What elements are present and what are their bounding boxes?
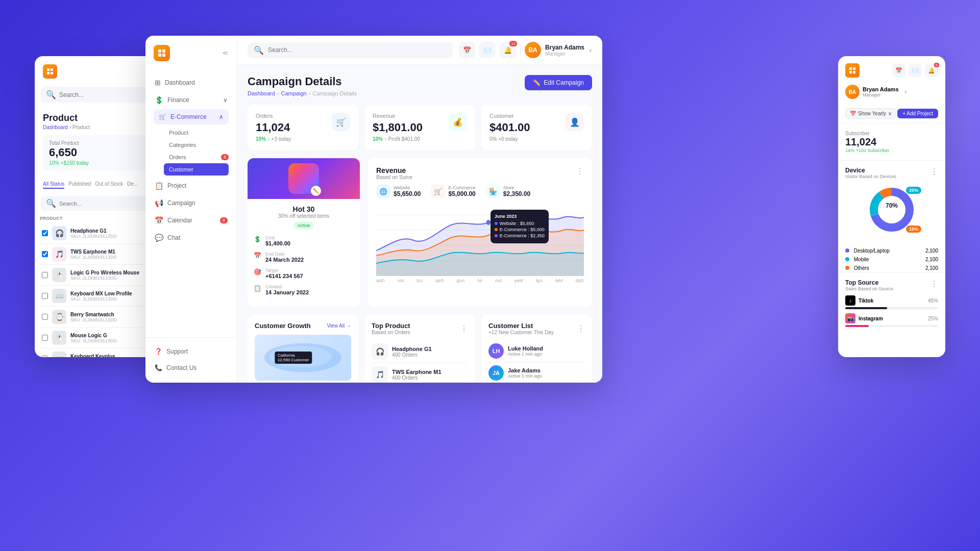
customer-list-header: Customer List +12 New Customer This Day … — [488, 322, 585, 335]
sidebar-item-finance[interactable]: 💲 Finance ∨ — [150, 92, 233, 108]
sidebar-item-calendar[interactable]: 📅 Calendar 8 — [150, 212, 233, 229]
dollar-icon: 💲 — [254, 236, 261, 243]
product-checkbox[interactable] — [42, 272, 48, 278]
product-thumb: 🖱️ — [52, 331, 66, 345]
customer-list-card: Customer List +12 New Customer This Day … — [481, 315, 592, 383]
notification-badge: 12 — [509, 41, 517, 46]
revenue-icon: 💰 — [449, 113, 467, 131]
product-checkbox[interactable] — [42, 356, 48, 357]
sidebar-label-contact: Contact Us — [166, 364, 197, 371]
svg-rect-7 — [162, 54, 165, 57]
tab-all-status[interactable]: All Status — [43, 181, 64, 189]
customer-growth-card: Customer Growth View All → California12,… — [248, 315, 358, 383]
sidebar-collapse-button[interactable]: ≪ — [222, 49, 229, 57]
product-thumb: ⌨️ — [52, 352, 66, 357]
mobile-dot — [845, 257, 849, 261]
topbar-search[interactable]: 🔍 — [248, 42, 453, 58]
product-checkbox[interactable] — [42, 335, 48, 341]
calendar-icon-rp: 📅 — [850, 111, 856, 116]
customer-map: California12,590 Customer — [255, 335, 351, 381]
calendar-icon-topbar[interactable]: 📅 — [459, 42, 475, 58]
product-checkbox[interactable] — [42, 230, 48, 236]
calendar-badge: 8 — [220, 217, 228, 223]
customer-avatar-luke: LH — [488, 343, 504, 359]
instagram-fill — [845, 325, 869, 327]
rp-calendar-icon[interactable]: 📅 — [892, 64, 905, 77]
device-donut-chart: 70% 20% 10% — [866, 184, 917, 235]
customer-list-more[interactable]: ⋮ — [577, 324, 585, 334]
sidebar-item-customer[interactable]: Customer — [164, 163, 229, 176]
topbar-search-input[interactable] — [268, 46, 447, 54]
rp-device-legend: Desktop/Laptop 2,100 Mobile 2,100 Others… — [838, 246, 945, 272]
project-icon: 📋 — [155, 182, 163, 190]
search-icon-topbar: 🔍 — [254, 45, 264, 55]
chevron-down-yearly: ∨ — [888, 111, 892, 116]
sidebar-item-product[interactable]: Product — [164, 127, 229, 139]
product-thumb: ⌨️ — [52, 289, 66, 303]
website-icon: 🌐 — [376, 184, 390, 198]
svg-point-12 — [486, 220, 491, 225]
tab-de[interactable]: De... — [127, 181, 138, 189]
sidebar-item-dashboard[interactable]: ⊞ Dashboard — [150, 74, 233, 91]
top-source-more-button[interactable]: ⋮ — [930, 279, 938, 289]
rp-notification-icon[interactable]: 🔔 8 — [925, 64, 938, 77]
list-item: 🎧 Headphone G1 400 Orders — [372, 340, 468, 363]
sidebar-label-calendar: Calendar — [167, 217, 192, 224]
rp-chevron-down: ∨ — [904, 89, 908, 94]
device-more-button[interactable]: ⋮ — [930, 167, 938, 177]
topbar-user[interactable]: BA Bryan Adams Manager ∨ — [525, 42, 592, 58]
calendar-icon: 📅 — [155, 216, 163, 224]
notification-icon-topbar[interactable]: 🔔 12 — [500, 42, 516, 58]
edit-campaign-button[interactable]: ✏️ Edit Campaign — [525, 75, 592, 90]
desktop-dot — [845, 248, 849, 253]
sidebar-label-project: Project — [167, 182, 186, 189]
sidebar-item-categories[interactable]: Categories — [164, 139, 229, 151]
website-dot — [495, 222, 498, 225]
topbar: 🔍 📅 ✉️ 🔔 12 BA Bryan Adams Manager ∨ — [237, 36, 602, 65]
tab-published[interactable]: Published — [68, 181, 91, 189]
sidebar-item-ecommerce[interactable]: 🛒 E-Commerce ∧ — [154, 109, 229, 124]
sidebar-item-contact[interactable]: 📞 Contact Us — [150, 360, 233, 375]
sidebar-label-support: Support — [166, 348, 188, 355]
campaign-card: ✏️ Hot 30 30% off selected items Active … — [248, 158, 360, 307]
product-checkbox[interactable] — [42, 314, 48, 320]
show-yearly-button[interactable]: 📅 Show Yearly ∨ — [845, 108, 896, 119]
sidebar: ≪ ⊞ Dashboard 💲 Finance ∨ 🛒 E-Commerce ∧ — [145, 36, 237, 383]
campaign-detail-created: 📋 Created 14 January 2022 — [254, 284, 354, 295]
sidebar-item-support[interactable]: ❓ Support — [150, 344, 233, 359]
sidebar-item-orders[interactable]: Orders 8 — [164, 151, 229, 163]
top-product-more[interactable]: ⋮ — [460, 324, 468, 334]
created-icon: 📋 — [254, 285, 261, 292]
revenue-more-button[interactable]: ⋮ — [576, 166, 584, 176]
add-project-button[interactable]: + Add Project — [897, 109, 938, 118]
rp-notification-badge: 8 — [934, 63, 939, 67]
rp-user[interactable]: BA Bryan Adams Manager ∨ — [838, 85, 945, 104]
sidebar-item-chat[interactable]: 💬 Chat — [150, 230, 233, 246]
sidebar-item-campaign[interactable]: 📢 Campaign — [150, 195, 233, 211]
rp-topbar: 📅 ✉️ 🔔 8 — [838, 56, 945, 85]
stat-card-orders: Orders 11,024 10% ↑ +3 today 🛒 — [248, 105, 358, 150]
view-all-button[interactable]: View All → — [327, 323, 351, 329]
revenue-header: Revenue Based on Surce ⋮ — [376, 166, 584, 180]
phone-icon-sidebar: 📞 — [155, 364, 162, 371]
svg-rect-2 — [47, 72, 50, 74]
page-content: Campaign Details Dashboard › Campaign › … — [237, 65, 602, 383]
user-info: Bryan Adams Manager — [545, 44, 584, 57]
svg-rect-1 — [51, 68, 53, 71]
rp-mail-icon[interactable]: ✉️ — [909, 64, 922, 77]
mail-icon-topbar[interactable]: ✉️ — [479, 42, 496, 58]
sidebar-item-project[interactable]: 📋 Project — [150, 178, 233, 194]
instagram-bar — [845, 325, 938, 327]
tab-out-of-stock[interactable]: Out of Stock — [95, 181, 123, 189]
ecommerce-submenu: Product Categories Orders 8 Customer — [154, 124, 229, 178]
ecommerce-icon: 🛒 — [159, 113, 166, 120]
product-checkbox[interactable] — [42, 293, 48, 299]
product-checkbox[interactable] — [42, 251, 48, 257]
search-icon: 🔍 — [46, 90, 56, 99]
ecommerce-icon-rev: 🛒 — [431, 184, 445, 198]
chart-tooltip: June 2023 Website : $5,650 E-Commerce : … — [491, 210, 549, 243]
campaign-info: Hot 30 30% off selected items Active — [248, 199, 360, 235]
page-title: Campaign Details — [248, 75, 357, 88]
customer-growth-header: Customer Growth View All → — [255, 322, 351, 330]
left-logo — [43, 64, 57, 79]
